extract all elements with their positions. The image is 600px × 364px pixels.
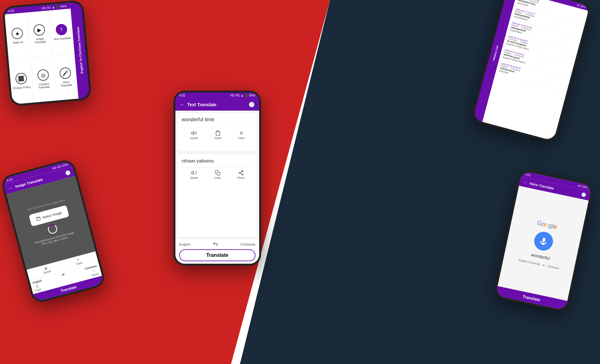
svg-point-7 — [242, 171, 243, 172]
copy-icon-center — [215, 170, 220, 176]
copy-icon-image: 📋 — [35, 284, 39, 288]
svg-point-9 — [242, 174, 243, 175]
back-icon-voice[interactable]: ← — [523, 180, 528, 185]
svg-line-10 — [240, 173, 242, 174]
bottom-bar-center: English Chichewa Translate — [175, 239, 259, 264]
speak-icon-center — [191, 130, 197, 136]
menu-label-text: Text Translate — [53, 36, 71, 41]
voice-lang-to[interactable]: chichewa — [547, 264, 559, 270]
shield-icon: ⬛ — [15, 72, 27, 85]
text-translate-phone: 4:02 HD 4G ▲ ⬛ 94% ← Text Translate 🕐 wo… — [174, 91, 261, 266]
history-icon-image[interactable]: 🕐 — [64, 170, 71, 176]
input-actions: Speak Paste Clear — [182, 127, 253, 140]
history-icon-voice[interactable]: 🕐 — [581, 192, 587, 197]
output-actions: Speak Copy Share — [182, 167, 253, 179]
google-logo: Google — [537, 219, 558, 230]
voice-lang-from[interactable]: English (General) — [518, 258, 541, 266]
back-icon-center[interactable]: ← — [180, 102, 185, 107]
loading-spinner — [47, 223, 58, 235]
speak-button-center[interactable]: Speak — [190, 130, 198, 140]
menu-label-privacy: Privacy Policy — [13, 85, 31, 90]
mic-button[interactable] — [532, 230, 555, 252]
mic-icon: 🎤 — [59, 67, 71, 79]
text-translate-content: wonderful time Speak Paste Clear — [175, 111, 259, 239]
swap-icon-voice[interactable]: ⇄ — [542, 263, 545, 267]
menu-label-image: Image Translate — [31, 37, 50, 44]
menu-item-voice[interactable]: 🎤 Voice Translate — [53, 54, 78, 101]
menu-item-rate[interactable]: ★ Rate Us — [5, 12, 30, 59]
lang-selector-center: English Chichewa — [179, 242, 255, 247]
menu-item-text[interactable]: T Text Translate — [49, 9, 74, 56]
svg-rect-6 — [217, 172, 220, 175]
select-image-label: Select Image — [42, 211, 62, 219]
clear-icon-center — [239, 130, 244, 136]
back-icon[interactable]: ← — [8, 185, 14, 191]
image-icon: ▶ — [33, 24, 45, 36]
menu-phone: 4:02 HD 4G ▲ ⬛ 94% ★ Rate Us ▶ Image Tra… — [2, 0, 92, 107]
svg-point-8 — [239, 172, 240, 174]
paste-button[interactable]: Paste — [214, 130, 221, 140]
input-text[interactable]: wonderful time — [182, 117, 253, 122]
voice-lang-selector: English (General) ⇄ chichewa — [518, 258, 559, 270]
swap-icon-image[interactable]: ⇄ — [62, 273, 65, 277]
speak2-icon — [191, 170, 197, 176]
menu-item-privacy[interactable]: ⬛ Privacy Policy — [8, 58, 34, 105]
svg-rect-0 — [36, 217, 40, 221]
menu-grid: ★ Rate Us ▶ Image Translate T Text Trans… — [5, 9, 78, 104]
translate-button-center[interactable]: Translate — [179, 249, 255, 261]
folder-icon — [36, 216, 41, 221]
menu-label-voice: Voice Translate — [57, 80, 76, 87]
status-bar-center: 4:02 HD 4G ▲ ⬛ 94% — [175, 92, 259, 98]
mic-icon-voice — [539, 237, 548, 245]
menu-label-camera: Camera Translate — [35, 82, 53, 90]
svg-line-11 — [240, 172, 242, 172]
copy-button-center[interactable]: Copy — [214, 170, 221, 179]
speak2-button[interactable]: Speak — [190, 170, 198, 179]
share-icon-image: ⤴ — [93, 269, 95, 273]
speak-button-image[interactable]: 🔊 Speak — [42, 266, 51, 275]
swap-icon-center[interactable] — [213, 242, 218, 247]
svg-marker-5 — [192, 171, 194, 175]
status-time: 4:02 — [8, 9, 14, 13]
paste-icon — [215, 130, 221, 136]
svg-rect-2 — [217, 131, 219, 132]
camera-icon: ◎ — [37, 69, 49, 81]
clear-icon: ✕ — [77, 258, 80, 262]
svg-marker-1 — [192, 132, 194, 135]
output-text: nthawi yabwino — [182, 158, 253, 163]
share-icon-center — [238, 170, 244, 176]
text-translate-header: ← Text Translate 🕐 — [175, 98, 259, 111]
clear-button-center[interactable]: Clear — [238, 130, 245, 140]
menu-label-rate: Rate Us — [13, 41, 23, 45]
menu-item-image[interactable]: ▶ Image Translate — [27, 11, 52, 57]
copy-button-image[interactable]: 📋 Copy — [33, 284, 42, 292]
voice-result-text: wonderful — [531, 252, 550, 261]
share-button-image[interactable]: ⤴ Share — [90, 268, 99, 277]
lang-from-center[interactable]: English — [179, 242, 190, 246]
text-icon: T — [55, 23, 68, 36]
output-area: nthawi yabwino Speak Copy Share — [178, 154, 257, 237]
star-icon: ★ — [11, 27, 23, 40]
menu-item-camera[interactable]: ◎ Camera Translate — [31, 56, 56, 102]
speak-icon: 🔊 — [44, 266, 48, 270]
share-button-center[interactable]: Share — [237, 170, 245, 179]
input-area: wonderful time Speak Paste Clear — [178, 113, 257, 151]
status-time-center: 4:02 — [179, 94, 185, 97]
lang-to-center[interactable]: Chichewa — [240, 242, 255, 246]
status-time-image: 4:04 — [6, 177, 13, 182]
clear-button-image[interactable]: ✕ Clear — [75, 257, 83, 266]
history-icon-center[interactable]: 🕐 — [249, 102, 255, 107]
text-translate-title: Text Translate — [187, 102, 249, 107]
